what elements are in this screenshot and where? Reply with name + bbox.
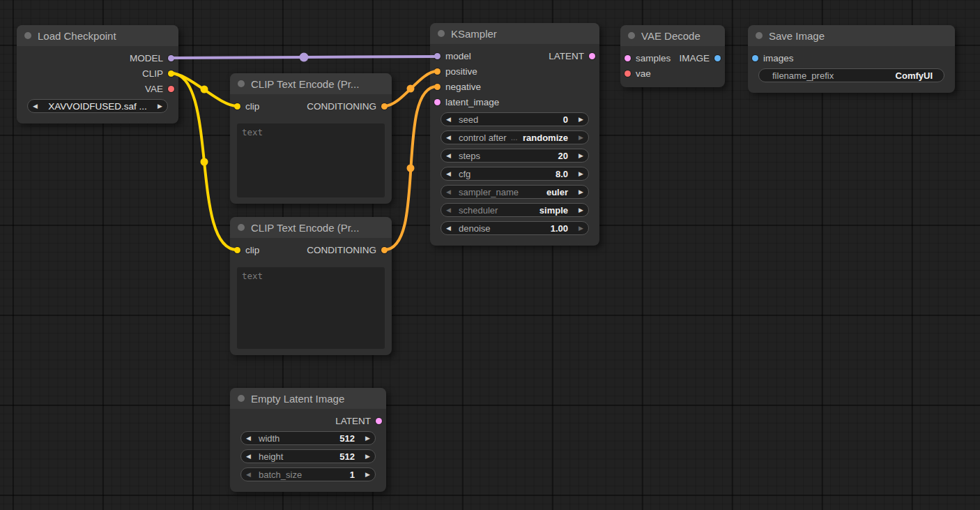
node-save-image[interactable]: Save Image images filename_prefix ComfyU… (748, 25, 955, 93)
widget-label: width (259, 433, 280, 444)
wire-model-to-ksampler[interactable] (171, 57, 438, 58)
denoise-widget[interactable]: ◀ denoise 1.00 ▶ (441, 221, 589, 235)
increment-arrow-icon[interactable]: ▶ (574, 117, 583, 123)
decrement-arrow-icon[interactable]: ◀ (446, 135, 455, 141)
decrement-arrow-icon[interactable]: ◀ (446, 225, 455, 232)
input-port-clip[interactable] (234, 247, 240, 253)
node-empty-latent-image[interactable]: Empty Latent Image LATENT ◀ width 512 ▶ … (230, 388, 386, 492)
node-titlebar[interactable]: Empty Latent Image (230, 388, 386, 409)
slot-row: samples IMAGE (620, 50, 725, 66)
node-status-dot-icon (238, 395, 245, 402)
increment-arrow-icon[interactable]: ▶ (153, 103, 162, 110)
node-titlebar[interactable]: VAE Decode (620, 25, 725, 46)
output-label-vae: VAE (145, 84, 163, 94)
output-label-latent: LATENT (335, 416, 371, 426)
wire-conditioning-to-positive[interactable] (385, 71, 438, 106)
slot-row: CLIP (17, 66, 178, 81)
link-midpoint-dot[interactable] (407, 165, 415, 172)
prompt-textarea[interactable] (237, 123, 385, 197)
input-label-positive: positive (445, 66, 477, 77)
scheduler-widget[interactable]: ◀ scheduler simple ▶ (441, 203, 589, 217)
steps-widget[interactable]: ◀ steps 20 ▶ (441, 149, 589, 163)
node-titlebar[interactable]: CLIP Text Encode (Pr... (230, 73, 392, 94)
output-port-latent[interactable] (589, 53, 595, 59)
prompt-textarea[interactable] (237, 267, 385, 349)
decrement-arrow-icon[interactable]: ◀ (446, 207, 455, 213)
output-port-latent[interactable] (376, 418, 382, 424)
output-port-vae[interactable] (168, 86, 174, 92)
node-title: CLIP Text Encode (Pr... (251, 222, 359, 234)
output-port-clip[interactable] (168, 70, 174, 77)
increment-arrow-icon[interactable]: ▶ (574, 225, 583, 232)
decrement-arrow-icon[interactable]: ◀ (446, 153, 455, 159)
width-widget[interactable]: ◀ width 512 ▶ (240, 431, 376, 445)
increment-arrow-icon[interactable]: ▶ (574, 207, 583, 213)
widget-label: steps (459, 151, 480, 161)
input-port-images[interactable] (752, 55, 758, 61)
slot-row: MODEL (17, 50, 178, 66)
decrement-arrow-icon[interactable]: ◀ (446, 117, 455, 123)
link-midpoint-dot[interactable] (201, 158, 208, 166)
decrement-arrow-icon[interactable]: ◀ (246, 453, 255, 460)
link-midpoint-dot[interactable] (201, 86, 208, 93)
decrement-arrow-icon[interactable]: ◀ (246, 435, 255, 442)
wire-clip-to-negative-encode[interactable] (171, 73, 238, 250)
increment-arrow-icon[interactable]: ▶ (361, 435, 370, 442)
increment-arrow-icon[interactable]: ▶ (361, 453, 370, 460)
wire-clip-to-positive-encode[interactable] (171, 73, 238, 106)
input-port-samples[interactable] (625, 55, 631, 61)
node-ksampler[interactable]: KSampler model LATENT positive (430, 23, 599, 246)
input-port-clip[interactable] (234, 103, 240, 110)
node-status-dot-icon (756, 32, 763, 39)
node-titlebar[interactable]: Load Checkpoint (17, 25, 178, 46)
node-vae-decode[interactable]: VAE Decode samples IMAGE vae (620, 25, 725, 87)
decrement-arrow-icon[interactable]: ◀ (446, 171, 455, 177)
input-label-clip: clip (245, 101, 259, 112)
input-label-images: images (763, 53, 794, 63)
widget-label: filename_prefix (772, 70, 834, 81)
input-port-positive[interactable] (434, 68, 441, 75)
slot-row: negative (430, 79, 599, 94)
wire-conditioning-to-negative[interactable] (385, 87, 438, 250)
height-widget[interactable]: ◀ height 512 ▶ (240, 449, 376, 463)
seed-widget[interactable]: ◀ seed 0 ▶ (441, 112, 589, 126)
increment-arrow-icon[interactable]: ▶ (574, 135, 583, 141)
increment-arrow-icon[interactable]: ▶ (361, 472, 370, 478)
input-port-negative[interactable] (434, 84, 441, 90)
decrement-arrow-icon[interactable]: ◀ (33, 103, 42, 110)
ckpt-name-value: XAVVOIDFUSED.saf ... (42, 101, 153, 112)
graph-canvas[interactable]: Load Checkpoint MODEL CLIP VAE (0, 0, 980, 510)
link-midpoint-dot[interactable] (407, 85, 415, 93)
input-label-clip: clip (245, 245, 259, 255)
decrement-arrow-icon[interactable]: ◀ (446, 189, 455, 195)
widget-value: 512 (339, 433, 355, 444)
input-port-latent-image[interactable] (434, 99, 441, 105)
decrement-arrow-icon[interactable]: ◀ (246, 472, 255, 478)
link-midpoint-dot[interactable] (300, 53, 309, 62)
increment-arrow-icon[interactable]: ▶ (574, 153, 583, 159)
increment-arrow-icon[interactable]: ▶ (574, 189, 583, 195)
sampler-name-widget[interactable]: ◀ sampler_name euler ▶ (441, 185, 589, 199)
node-clip-text-encode-positive[interactable]: CLIP Text Encode (Pr... clip CONDITIONIN… (230, 73, 392, 204)
output-port-image[interactable] (714, 55, 721, 61)
output-label-latent: LATENT (549, 51, 584, 61)
output-port-model[interactable] (168, 55, 174, 61)
node-clip-text-encode-negative[interactable]: CLIP Text Encode (Pr... clip CONDITIONIN… (230, 217, 392, 355)
node-load-checkpoint[interactable]: Load Checkpoint MODEL CLIP VAE (17, 25, 178, 123)
node-title: CLIP Text Encode (Pr... (251, 78, 359, 90)
node-titlebar[interactable]: CLIP Text Encode (Pr... (230, 217, 392, 238)
output-port-conditioning[interactable] (381, 103, 388, 110)
cfg-widget[interactable]: ◀ cfg 8.0 ▶ (441, 167, 589, 181)
batch-size-widget[interactable]: ◀ batch_size 1 ▶ (240, 467, 376, 481)
ckpt-name-widget[interactable]: ◀ XAVVOIDFUSED.saf ... ▶ (27, 99, 168, 113)
filename-prefix-widget[interactable]: filename_prefix ComfyUI (758, 68, 944, 82)
input-port-model[interactable] (434, 53, 441, 59)
output-port-conditioning[interactable] (381, 247, 388, 253)
node-titlebar[interactable]: Save Image (748, 25, 955, 46)
input-port-vae[interactable] (625, 70, 631, 77)
input-label-negative: negative (445, 82, 481, 92)
increment-arrow-icon[interactable]: ▶ (574, 171, 583, 177)
control-after-generate-widget[interactable]: ◀ control after ... randomize ▶ (441, 130, 589, 144)
node-titlebar[interactable]: KSampler (430, 23, 599, 44)
output-label-conditioning: CONDITIONING (307, 245, 376, 255)
